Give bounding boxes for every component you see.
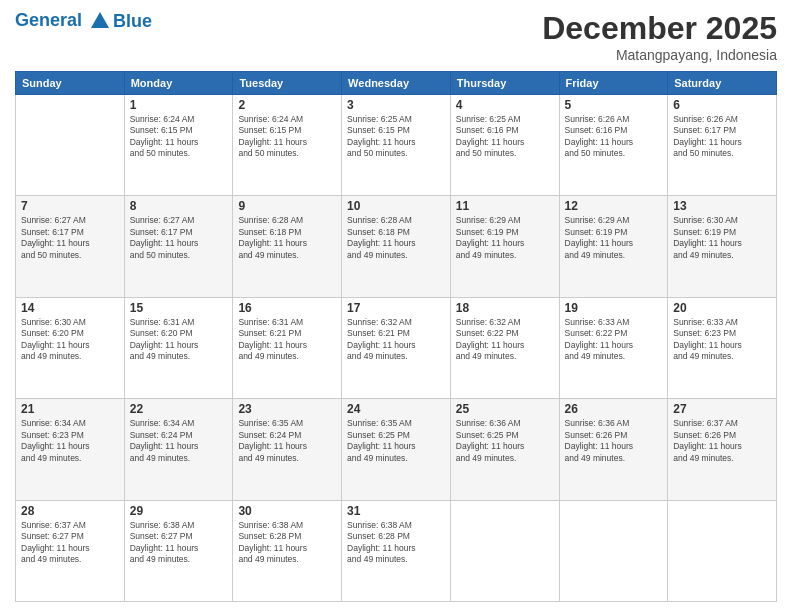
day-info: Sunrise: 6:37 AM Sunset: 6:27 PM Dayligh… (21, 520, 119, 566)
calendar-cell: 25Sunrise: 6:36 AM Sunset: 6:25 PM Dayli… (450, 399, 559, 500)
day-number: 6 (673, 98, 771, 112)
day-info: Sunrise: 6:29 AM Sunset: 6:19 PM Dayligh… (565, 215, 663, 261)
weekday-header: Sunday (16, 72, 125, 95)
day-number: 27 (673, 402, 771, 416)
calendar-cell: 30Sunrise: 6:38 AM Sunset: 6:28 PM Dayli… (233, 500, 342, 601)
calendar-cell: 28Sunrise: 6:37 AM Sunset: 6:27 PM Dayli… (16, 500, 125, 601)
day-number: 11 (456, 199, 554, 213)
calendar-cell: 2Sunrise: 6:24 AM Sunset: 6:15 PM Daylig… (233, 95, 342, 196)
logo-blue: Blue (113, 11, 152, 32)
day-number: 24 (347, 402, 445, 416)
day-number: 2 (238, 98, 336, 112)
day-number: 5 (565, 98, 663, 112)
day-number: 1 (130, 98, 228, 112)
calendar-week-row: 1Sunrise: 6:24 AM Sunset: 6:15 PM Daylig… (16, 95, 777, 196)
calendar-cell: 17Sunrise: 6:32 AM Sunset: 6:21 PM Dayli… (342, 297, 451, 398)
calendar-cell: 5Sunrise: 6:26 AM Sunset: 6:16 PM Daylig… (559, 95, 668, 196)
day-info: Sunrise: 6:35 AM Sunset: 6:24 PM Dayligh… (238, 418, 336, 464)
day-info: Sunrise: 6:38 AM Sunset: 6:27 PM Dayligh… (130, 520, 228, 566)
calendar-cell: 14Sunrise: 6:30 AM Sunset: 6:20 PM Dayli… (16, 297, 125, 398)
day-number: 9 (238, 199, 336, 213)
calendar-week-row: 21Sunrise: 6:34 AM Sunset: 6:23 PM Dayli… (16, 399, 777, 500)
day-info: Sunrise: 6:27 AM Sunset: 6:17 PM Dayligh… (130, 215, 228, 261)
weekday-header: Friday (559, 72, 668, 95)
day-number: 26 (565, 402, 663, 416)
day-number: 17 (347, 301, 445, 315)
day-number: 15 (130, 301, 228, 315)
day-number: 10 (347, 199, 445, 213)
day-number: 20 (673, 301, 771, 315)
day-number: 16 (238, 301, 336, 315)
calendar-cell: 19Sunrise: 6:33 AM Sunset: 6:22 PM Dayli… (559, 297, 668, 398)
calendar-cell: 24Sunrise: 6:35 AM Sunset: 6:25 PM Dayli… (342, 399, 451, 500)
calendar-body: 1Sunrise: 6:24 AM Sunset: 6:15 PM Daylig… (16, 95, 777, 602)
day-info: Sunrise: 6:32 AM Sunset: 6:22 PM Dayligh… (456, 317, 554, 363)
calendar-cell: 12Sunrise: 6:29 AM Sunset: 6:19 PM Dayli… (559, 196, 668, 297)
weekday-header: Monday (124, 72, 233, 95)
day-number: 18 (456, 301, 554, 315)
calendar-cell: 27Sunrise: 6:37 AM Sunset: 6:26 PM Dayli… (668, 399, 777, 500)
calendar-cell: 21Sunrise: 6:34 AM Sunset: 6:23 PM Dayli… (16, 399, 125, 500)
day-number: 30 (238, 504, 336, 518)
day-info: Sunrise: 6:33 AM Sunset: 6:23 PM Dayligh… (673, 317, 771, 363)
day-info: Sunrise: 6:28 AM Sunset: 6:18 PM Dayligh… (347, 215, 445, 261)
calendar-page: General Blue December 2025 Matangpayang,… (0, 0, 792, 612)
title-block: December 2025 Matangpayang, Indonesia (542, 10, 777, 63)
calendar-cell (559, 500, 668, 601)
day-number: 23 (238, 402, 336, 416)
calendar-cell (16, 95, 125, 196)
day-info: Sunrise: 6:26 AM Sunset: 6:16 PM Dayligh… (565, 114, 663, 160)
day-info: Sunrise: 6:32 AM Sunset: 6:21 PM Dayligh… (347, 317, 445, 363)
calendar-cell: 11Sunrise: 6:29 AM Sunset: 6:19 PM Dayli… (450, 196, 559, 297)
calendar-cell: 22Sunrise: 6:34 AM Sunset: 6:24 PM Dayli… (124, 399, 233, 500)
day-info: Sunrise: 6:27 AM Sunset: 6:17 PM Dayligh… (21, 215, 119, 261)
day-number: 4 (456, 98, 554, 112)
calendar-cell: 16Sunrise: 6:31 AM Sunset: 6:21 PM Dayli… (233, 297, 342, 398)
header: General Blue December 2025 Matangpayang,… (15, 10, 777, 63)
calendar-cell: 18Sunrise: 6:32 AM Sunset: 6:22 PM Dayli… (450, 297, 559, 398)
day-number: 8 (130, 199, 228, 213)
calendar-cell: 9Sunrise: 6:28 AM Sunset: 6:18 PM Daylig… (233, 196, 342, 297)
calendar-cell: 4Sunrise: 6:25 AM Sunset: 6:16 PM Daylig… (450, 95, 559, 196)
day-info: Sunrise: 6:25 AM Sunset: 6:15 PM Dayligh… (347, 114, 445, 160)
day-number: 31 (347, 504, 445, 518)
day-info: Sunrise: 6:34 AM Sunset: 6:23 PM Dayligh… (21, 418, 119, 464)
calendar-cell: 8Sunrise: 6:27 AM Sunset: 6:17 PM Daylig… (124, 196, 233, 297)
logo-icon (89, 10, 111, 32)
day-info: Sunrise: 6:33 AM Sunset: 6:22 PM Dayligh… (565, 317, 663, 363)
calendar-cell: 29Sunrise: 6:38 AM Sunset: 6:27 PM Dayli… (124, 500, 233, 601)
day-info: Sunrise: 6:30 AM Sunset: 6:19 PM Dayligh… (673, 215, 771, 261)
svg-marker-0 (91, 12, 109, 28)
day-info: Sunrise: 6:35 AM Sunset: 6:25 PM Dayligh… (347, 418, 445, 464)
calendar-cell (668, 500, 777, 601)
day-number: 28 (21, 504, 119, 518)
calendar-table: SundayMondayTuesdayWednesdayThursdayFrid… (15, 71, 777, 602)
calendar-week-row: 14Sunrise: 6:30 AM Sunset: 6:20 PM Dayli… (16, 297, 777, 398)
location: Matangpayang, Indonesia (542, 47, 777, 63)
weekday-header: Tuesday (233, 72, 342, 95)
day-info: Sunrise: 6:31 AM Sunset: 6:20 PM Dayligh… (130, 317, 228, 363)
calendar-header-row: SundayMondayTuesdayWednesdayThursdayFrid… (16, 72, 777, 95)
logo: General Blue (15, 10, 152, 32)
day-number: 3 (347, 98, 445, 112)
day-number: 22 (130, 402, 228, 416)
day-info: Sunrise: 6:30 AM Sunset: 6:20 PM Dayligh… (21, 317, 119, 363)
calendar-cell: 3Sunrise: 6:25 AM Sunset: 6:15 PM Daylig… (342, 95, 451, 196)
day-info: Sunrise: 6:36 AM Sunset: 6:25 PM Dayligh… (456, 418, 554, 464)
day-number: 21 (21, 402, 119, 416)
weekday-header: Saturday (668, 72, 777, 95)
calendar-week-row: 28Sunrise: 6:37 AM Sunset: 6:27 PM Dayli… (16, 500, 777, 601)
day-number: 12 (565, 199, 663, 213)
day-info: Sunrise: 6:24 AM Sunset: 6:15 PM Dayligh… (238, 114, 336, 160)
calendar-week-row: 7Sunrise: 6:27 AM Sunset: 6:17 PM Daylig… (16, 196, 777, 297)
calendar-cell: 31Sunrise: 6:38 AM Sunset: 6:28 PM Dayli… (342, 500, 451, 601)
weekday-header: Thursday (450, 72, 559, 95)
day-number: 14 (21, 301, 119, 315)
day-info: Sunrise: 6:38 AM Sunset: 6:28 PM Dayligh… (238, 520, 336, 566)
day-info: Sunrise: 6:37 AM Sunset: 6:26 PM Dayligh… (673, 418, 771, 464)
day-info: Sunrise: 6:28 AM Sunset: 6:18 PM Dayligh… (238, 215, 336, 261)
day-info: Sunrise: 6:38 AM Sunset: 6:28 PM Dayligh… (347, 520, 445, 566)
calendar-cell: 6Sunrise: 6:26 AM Sunset: 6:17 PM Daylig… (668, 95, 777, 196)
day-number: 13 (673, 199, 771, 213)
day-info: Sunrise: 6:34 AM Sunset: 6:24 PM Dayligh… (130, 418, 228, 464)
